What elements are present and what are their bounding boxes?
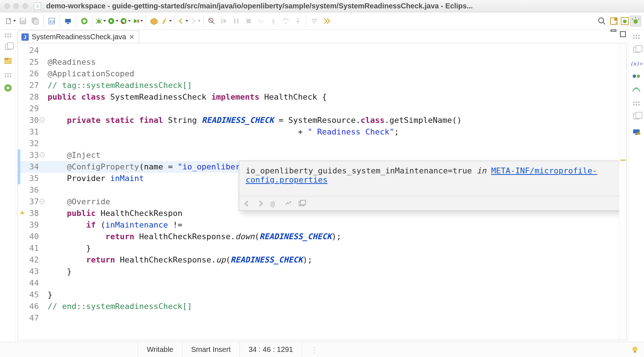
svg-point-35 [7,87,9,89]
code-line[interactable]: return HealthCheckResponse.down(READINES… [44,231,619,242]
hover-text: io_openliberty_guides_system_inMaintenan… [246,166,472,175]
debug-step-return-button[interactable] [293,16,303,27]
debug-perspective-button[interactable] [619,16,630,27]
svg-rect-16 [138,19,139,23]
tab-close-icon[interactable]: ✕ [129,33,134,41]
liberty-button[interactable] [79,16,90,27]
svg-point-30 [623,20,627,23]
line-number: 24 [18,45,44,56]
debug-perspective-active-button[interactable] [630,16,641,27]
servers-view-icon[interactable] [632,127,641,137]
package-explorer-icon[interactable] [4,56,12,67]
debug-button[interactable] [95,16,106,27]
line-number: 43 [18,266,44,277]
liberty-view-icon[interactable] [4,84,12,94]
nav-forward-button[interactable] [190,16,201,27]
paint-button[interactable] [161,16,172,27]
code-line[interactable] [44,277,619,289]
debug-step-into-button[interactable] [268,16,279,27]
svg-rect-37 [301,200,306,205]
window-minimize-icon[interactable] [13,3,19,9]
open-type-button[interactable] [149,16,160,27]
code-line[interactable] [44,45,619,56]
status-writable: Writable [138,342,182,357]
line-number: 25 [18,56,44,68]
status-insert-mode: Smart Insert [182,342,240,357]
line-number: 45 [18,289,44,301]
svg-rect-18 [221,19,222,24]
code-editor[interactable]: 24252627282930–313233–34353637–383940414… [17,43,627,340]
run-last-button[interactable] [132,16,143,27]
code-line[interactable]: // end::systemReadinessCheck[] [44,301,619,312]
drag-handle-icon[interactable] [633,35,640,39]
coverage-button[interactable] [120,16,131,27]
maximize-editor-icon[interactable] [620,31,626,37]
code-line[interactable]: private static final String READINESS_CH… [44,115,619,126]
hover-in-word: in [472,166,491,175]
code-line[interactable] [44,103,619,115]
window-zoom-icon[interactable] [23,3,28,9]
minimize-editor-icon[interactable] [611,29,616,32]
debug-pause-button[interactable] [231,16,242,27]
variables-view-icon[interactable]: (x)= [630,61,643,67]
code-line[interactable]: @Readiness [44,56,619,68]
hover-tooltip: io_openliberty_guides_system_inMaintenan… [239,161,623,211]
window-title: demo-workspace - guide-getting-started/s… [46,2,473,10]
hover-open-declaration-icon[interactable] [284,200,292,208]
code-line[interactable] [44,312,619,324]
zoom-reset-button[interactable] [206,16,217,27]
save-button[interactable] [17,16,28,27]
restore-view-icon[interactable] [633,113,639,119]
status-left-spacer [0,342,138,357]
debug-resume-button[interactable] [218,16,229,27]
code-line[interactable]: } [44,242,619,254]
tip-bulb-icon[interactable] [631,346,639,354]
code-line[interactable]: if (inMaintenance != [44,219,619,231]
line-number: 39 [18,219,44,231]
code-line[interactable] [44,138,619,149]
code-line[interactable]: // tag::systemReadinessCheck[] [44,80,619,91]
debug-step-over-button[interactable] [280,16,291,27]
nav-back-button[interactable] [177,16,188,27]
java-file-icon: J [21,33,29,41]
drag-handle-icon[interactable] [633,101,640,105]
editor-tab-active[interactable]: J SystemReadinessCheck.java ✕ [17,31,139,43]
hover-back-icon[interactable] [243,200,251,208]
new-button[interactable] [5,16,16,27]
line-number: 27 [18,80,44,91]
hover-at-icon[interactable]: @ [270,200,278,208]
step-filters-button[interactable] [309,16,320,27]
code-line[interactable]: } [44,266,619,277]
run-button[interactable] [108,16,118,27]
drag-handle-icon[interactable] [5,33,11,37]
server-button[interactable] [63,16,73,27]
expression-eval-button[interactable] [321,16,332,27]
line-number: 40 [18,231,44,242]
debug-stop-button[interactable] [243,16,254,27]
code-line[interactable]: + " Readiness Check"; [44,126,619,138]
drag-handle-icon[interactable] [5,73,11,77]
hover-open-in-editor-icon[interactable] [298,200,306,208]
expressions-view-icon[interactable]: x= [632,86,641,93]
svg-rect-14 [122,20,125,22]
open-perspective-button[interactable]: + [608,16,619,27]
search-button[interactable] [596,16,607,27]
overview-ruler[interactable] [619,43,626,340]
code-line[interactable]: public class SystemReadinessCheck implem… [44,91,619,103]
code-line[interactable]: @Inject [44,149,619,161]
svg-rect-20 [237,19,238,24]
code-line[interactable]: @ApplicationScoped [44,68,619,80]
debug-disconnect-button[interactable] [255,16,266,27]
window-close-icon[interactable] [4,3,10,9]
save-all-button[interactable] [30,16,41,27]
line-number: 34 [18,161,44,173]
restore-view-icon[interactable] [5,44,11,50]
binary-view-button[interactable]: 010 [46,16,57,27]
hover-forward-icon[interactable] [257,200,265,208]
restore-view-icon[interactable] [633,47,639,53]
ruler-warning-mark[interactable] [620,160,625,161]
code-line[interactable]: return HealthCheckResponse.up(READINESS_… [44,254,619,266]
breakpoints-view-icon[interactable] [633,75,640,78]
svg-rect-8 [67,23,69,24]
code-line[interactable]: } [44,289,619,301]
